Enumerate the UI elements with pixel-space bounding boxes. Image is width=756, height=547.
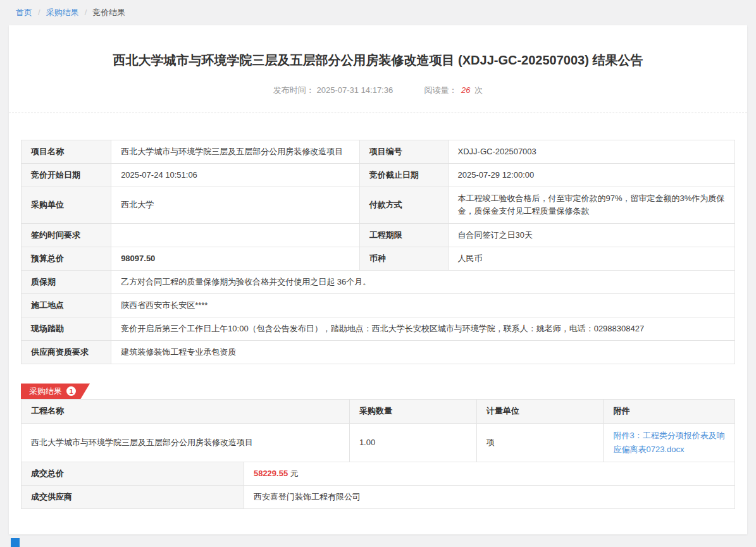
back-to-top-button[interactable] (11, 538, 20, 547)
project-period-label: 工程期限 (359, 223, 448, 247)
project-period-value: 自合同签订之日30天 (448, 223, 734, 247)
deal-total-label: 成交总价 (22, 462, 244, 485)
supplier-qualification-label: 供应商资质要求 (22, 341, 111, 364)
project-name-label: 项目名称 (22, 140, 111, 164)
publish-time-label: 发布时间： (273, 85, 314, 95)
breadcrumb-home-link[interactable]: 首页 (16, 8, 32, 17)
bid-start-label: 竞价开始日期 (22, 164, 111, 187)
purchase-result-ribbon: 采购结果 1 (21, 383, 90, 399)
breadcrumb-separator: / (85, 8, 87, 17)
attachment-link[interactable]: 附件3：工程类分项报价表及响应偏离表0723.docx (613, 431, 724, 454)
project-name-value: 西北大学城市与环境学院三层及五层部分公用房装修改造项目 (111, 140, 360, 164)
deal-supplier-label: 成交供应商 (22, 485, 244, 508)
bid-end-label: 竞价截止日期 (359, 164, 448, 187)
page: 首页/采购结果/竞价结果 西北大学城市与环境学院三层及五层部分公用房装修改造项目… (0, 0, 756, 534)
deal-total-row: 成交总价 58229.55 元 (22, 462, 735, 485)
breadcrumb: 首页/采购结果/竞价结果 (0, 0, 756, 24)
page-title: 西北大学城市与环境学院三层及五层部分公用房装修改造项目 (XDJJ-GC-202… (9, 25, 747, 68)
result-row: 西北大学城市与环境学院三层及五层部分公用房装修改造项目 1.00 项 附件3：工… (22, 423, 735, 462)
views-count: 26 (461, 85, 470, 95)
publish-time-value: 2025-07-31 14:17:36 (316, 85, 393, 95)
sign-time-label: 签约时间要求 (22, 223, 111, 247)
result-quantity: 1.00 (349, 423, 476, 462)
project-name-column-header: 工程名称 (22, 400, 350, 423)
info-row-warranty: 质保期 乙方对合同工程的质量保修期为验收合格并交付使用之日起 36个月。 (22, 270, 735, 293)
purchase-result-table: 工程名称 采购数量 计量单位 附件 西北大学城市与环境学院三层及五层部分公用房装… (21, 399, 735, 462)
warranty-value: 乙方对合同工程的质量保修期为验收合格并交付使用之日起 36个月。 (111, 270, 735, 293)
site-visit-value: 竞价开启后第三个工作日上午10:00（包含公告发布日），踏勘地点：西北大学长安校… (111, 317, 735, 341)
info-row-dates: 竞价开始日期 2025-07-24 10:51:06 竞价截止日期 2025-0… (22, 164, 735, 187)
currency-label: 币种 (359, 247, 448, 270)
views-label: 阅读量： (424, 85, 457, 95)
info-row-location: 施工地点 陕西省西安市长安区**** (22, 293, 735, 317)
budget-total-label: 预算总价 (22, 247, 111, 270)
info-row-project: 项目名称 西北大学城市与环境学院三层及五层部分公用房装修改造项目 项目编号 XD… (22, 140, 735, 164)
info-row-qualification: 供应商资质要求 建筑装修装饰工程专业承包资质 (22, 341, 735, 364)
breadcrumb-separator: / (38, 8, 40, 17)
purchaser-value: 西北大学 (111, 187, 360, 223)
breadcrumb-current-page: 竞价结果 (92, 8, 125, 17)
bid-start-value: 2025-07-24 10:51:06 (111, 164, 360, 187)
info-row-unit-payment: 采购单位 西北大学 付款方式 本工程竣工验收合格后，付至审定价款的97%，留审定… (22, 187, 735, 223)
info-row-budget-currency: 预算总价 98097.50 币种 人民币 (22, 247, 735, 270)
content-area: 项目名称 西北大学城市与环境学院三层及五层部分公用房装修改造项目 项目编号 XD… (9, 113, 747, 509)
purchase-result-tag-label: 采购结果 (29, 386, 62, 397)
deal-supplier-row: 成交供应商 西安喜登门装饰工程有限公司 (22, 485, 735, 508)
purchaser-label: 采购单位 (22, 187, 111, 223)
deal-supplier-name: 西安喜登门装饰工程有限公司 (244, 485, 734, 508)
info-row-sign-period: 签约时间要求 工程期限 自合同签订之日30天 (22, 223, 735, 247)
attachment-column-header: 附件 (604, 400, 735, 423)
supplier-qualification-value: 建筑装修装饰工程专业承包资质 (111, 341, 735, 364)
bid-end-value: 2025-07-29 12:00:00 (448, 164, 734, 187)
deal-total-unit: 元 (290, 469, 299, 478)
result-unit: 项 (476, 423, 604, 462)
info-row-site-visit: 现场踏勘 竞价开启后第三个工作日上午10:00（包含公告发布日），踏勘地点：西北… (22, 317, 735, 341)
result-header-row: 工程名称 采购数量 计量单位 附件 (22, 400, 735, 423)
project-info-table: 项目名称 西北大学城市与环境学院三层及五层部分公用房装修改造项目 项目编号 XD… (21, 140, 735, 364)
warranty-label: 质保期 (22, 270, 111, 293)
quantity-column-header: 采购数量 (349, 400, 476, 423)
breadcrumb-procurement-results-link[interactable]: 采购结果 (46, 8, 79, 17)
construction-site-label: 施工地点 (22, 293, 111, 317)
deal-summary-table: 成交总价 58229.55 元 成交供应商 西安喜登门装饰工程有限公司 (21, 462, 735, 509)
unit-column-header: 计量单位 (476, 400, 604, 423)
payment-method-label: 付款方式 (359, 187, 448, 223)
announcement-card: 西北大学城市与环境学院三层及五层部分公用房装修改造项目 (XDJJ-GC-202… (9, 25, 747, 534)
currency-value: 人民币 (448, 247, 734, 270)
announcement-meta: 发布时间： 2025-07-31 14:17:36 阅读量： 26 次 (9, 85, 747, 96)
result-count-badge: 1 (66, 386, 76, 396)
budget-total-value: 98097.50 (111, 247, 360, 270)
project-number-value: XDJJ-GC-202507003 (448, 140, 734, 164)
project-number-label: 项目编号 (359, 140, 448, 164)
result-project-name: 西北大学城市与环境学院三层及五层部分公用房装修改造项目 (22, 423, 350, 462)
payment-method-value: 本工程竣工验收合格后，付至审定价款的97%，留审定金额的3%作为质保金，质保金支… (448, 187, 734, 223)
sign-time-value (111, 223, 360, 247)
deal-total-value: 58229.55 (254, 469, 288, 478)
site-visit-label: 现场踏勘 (22, 317, 111, 341)
views-unit: 次 (474, 85, 483, 95)
construction-site-value: 陕西省西安市长安区**** (111, 293, 735, 317)
